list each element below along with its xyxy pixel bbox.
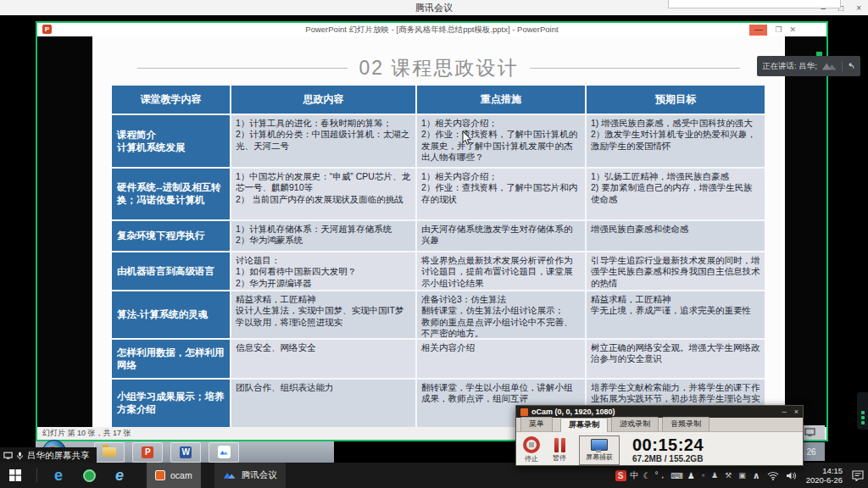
table-cell: 1）中国芯片的发展史：“申威” CPU芯片、龙芯一号、麒麟910等 2） 当前国… [231, 169, 415, 219]
minimize-icon[interactable]: – [782, 408, 787, 416]
course-table: 课堂教学内容 思政内容 重点措施 预期目标 课程简介 计算机系统发展 1）计算工… [112, 86, 765, 427]
ie-browser-button[interactable]: e [107, 463, 132, 488]
title-divider-right [530, 68, 740, 69]
restore-icon[interactable]: ❐ [775, 25, 782, 36]
table-cell: 信息安全、网络安全 [231, 340, 415, 378]
wifi-icon[interactable] [767, 471, 779, 480]
table-cell: 由天河存储系统激发学生对存储体系的兴趣 [417, 221, 585, 251]
title-divider-left [137, 68, 348, 69]
clock-date: 2020-6-26 [806, 475, 843, 485]
slide-counter: 幻灯片 第 10 张，共 17 张 [42, 429, 131, 437]
table-header: 思政内容 [231, 86, 415, 114]
tab-game-record[interactable]: 游戏录制 [611, 417, 659, 431]
browser-360-button[interactable] [76, 463, 102, 488]
taskbar-ocam-button[interactable]: ocam [147, 463, 201, 488]
collapsed-meeting-toolbar[interactable] [668, 0, 841, 8]
table-cell: 讨论题目： 1）如何看待中国新四大发明？ 2）华为开源编译器 [231, 252, 415, 290]
table-cell: 精益求精，工匠精神 设计人生算法，实现中国梦、实现中国IT梦 学以致用，将理论照… [231, 291, 415, 338]
taskbar: e e ocam 腾讯会议 S 中 ☾ °， ⌨ ♟ ▫ ♟ ⚒ ▣ [0, 463, 868, 488]
table-cell: 1）弘扬工匠精神，增强民族自豪感 2) 要加紧制造自己的内存，增强学生民族使命感 [587, 169, 765, 219]
close-icon[interactable]: × [794, 408, 798, 416]
meeting-taskbar-button[interactable] [209, 442, 239, 463]
360-browser-icon [83, 469, 96, 482]
pause-button[interactable]: 暂停 [553, 437, 566, 463]
screen-capture-button[interactable]: 屏幕捕获 [579, 435, 620, 465]
folder-icon [103, 447, 116, 457]
ime-user-icon[interactable]: ♟ [687, 471, 695, 480]
stop-icon [523, 436, 540, 453]
monitor-icon [591, 439, 608, 451]
taskbar-divider [36, 469, 37, 482]
tencent-meeting-icon [218, 446, 231, 458]
ocam-tabbar: 菜单 屏幕录制 游戏录制 音频录制 [516, 418, 803, 432]
slide-title: 02 课程思政设计 [359, 55, 519, 81]
tab-screen-record[interactable]: 屏幕录制 [560, 418, 608, 432]
powerpoint-taskbar-button[interactable]: P [132, 442, 163, 463]
sogou-icon[interactable]: S [615, 470, 626, 481]
screen-share-banner: 吕华的屏幕共享 [0, 447, 97, 463]
table-cell: 1）计算工具的进化：春秋时期的算筹； 2）计算机的分类：中国超级计算机：太湖之光… [231, 115, 415, 167]
close-icon[interactable]: × [856, 3, 861, 13]
tray-overflow-chevron[interactable]: ∧ [753, 470, 760, 481]
ime-punct-toggle[interactable]: °， [654, 469, 666, 481]
table-row-header: 由机器语言到高级语言 [112, 252, 230, 290]
speaker-icon[interactable] [786, 471, 797, 480]
tray-icon-app2[interactable]: ♟ [711, 471, 718, 480]
tray-icon-app3[interactable]: ⚒ [725, 471, 732, 480]
slideshow-stage: 02 课程思政设计 课堂教学内容 思政内容 重点措施 预期目标 课程简介 计算机… [37, 36, 826, 427]
table-cell: 准备讨论3：仿生算法 翻转课堂，仿生算法小组讨论展示； 教师的重点是点评小组讨论… [417, 291, 585, 338]
tab-audio-record[interactable]: 音频录制 [662, 417, 709, 431]
level-dot [861, 416, 865, 419]
recording-status: 00:15:24 67.2MB / 155.2GB [632, 436, 704, 463]
table-row-header: 怎样利用数据，怎样利用网络 [112, 340, 230, 378]
taskbar-meeting-label: 腾讯会议 [242, 469, 277, 481]
ime-keyboard-icon[interactable]: ⌨ [670, 471, 682, 480]
ime-shape-toggle[interactable]: ☾ [643, 471, 651, 480]
ocam-app-icon [520, 408, 528, 416]
table-cell: 团队合作、组织表达能力 [231, 380, 415, 427]
pause-icon [554, 437, 565, 452]
taskbar-clock[interactable]: 14:15 2020-6-26 [806, 466, 843, 485]
word-taskbar-button[interactable]: W [170, 442, 201, 463]
action-center-icon[interactable] [852, 470, 864, 481]
stop-button[interactable]: 停止 [523, 436, 540, 463]
table-cell: 1）相关内容介绍； 2）作业：查找资料，了解中国芯片和内存的现状 [417, 169, 585, 219]
table-row-header: 课程简介 计算机系统发展 [112, 115, 230, 167]
ie-icon: e [115, 467, 124, 485]
minimize-icon[interactable]: — [749, 25, 767, 36]
screen-icon [3, 452, 13, 460]
tray-icon-app4[interactable]: ▣ [738, 471, 746, 480]
mouse-cursor [462, 131, 472, 146]
table-cell: 相关内容介绍 [417, 340, 585, 378]
monitor-icon [804, 428, 815, 437]
powerpoint-icon: P [142, 446, 153, 458]
start-button[interactable] [0, 463, 31, 488]
tencent-meeting-icon [223, 471, 236, 480]
shared-desktop-day: 26 [806, 447, 815, 457]
recording-size: 67.2MB / 155.2GB [632, 455, 704, 463]
taskbar-ocam-label: ocam [170, 470, 192, 480]
ocam-menu-button[interactable]: 菜单 [520, 417, 553, 431]
pause-label: 暂停 [553, 453, 566, 463]
ocam-window: oCam (0, 0, 1920, 1080) – × 菜单 屏幕录制 游戏录制… [515, 405, 804, 466]
slide: 02 课程思政设计 课堂教学内容 思政内容 重点措施 预期目标 课程简介 计算机… [92, 36, 785, 427]
explorer-button[interactable] [94, 442, 125, 463]
table-cell: 增强民族自豪感和使命感 [587, 221, 765, 251]
ocam-titlebar: oCam (0, 0, 1920, 1080) – × [516, 406, 803, 418]
close-icon[interactable]: ✕ [789, 25, 796, 36]
side-panel-handle[interactable] [857, 392, 868, 430]
tray-icon-app1[interactable]: ▫ [702, 471, 704, 480]
capture-label: 屏幕捕获 [586, 452, 613, 462]
restore-view-arrow-icon[interactable] [847, 62, 855, 70]
stop-label: 停止 [525, 454, 538, 463]
table-row-header: 小组学习成果展示；培养方案介绍 [112, 380, 230, 427]
ocam-body: 停止 暂停 屏幕捕获 00:15:24 67.2MB / 155.2GB [516, 432, 803, 466]
pill-divider [842, 61, 843, 71]
table-cell: 将业界热点最新技术发展分析评价作为讨论题目，提前布置讨论题目，课堂展示小组讨论结… [417, 252, 585, 290]
level-dot [861, 421, 865, 424]
taskbar-meeting-button[interactable]: 腾讯会议 [214, 463, 286, 488]
edge-browser-button[interactable]: e [46, 463, 71, 488]
ime-lang-toggle[interactable]: 中 [631, 469, 639, 481]
ocam-window-controls: – × [782, 408, 798, 416]
ime-toolbar[interactable]: S 中 ☾ °， ⌨ ♟ [615, 469, 695, 481]
